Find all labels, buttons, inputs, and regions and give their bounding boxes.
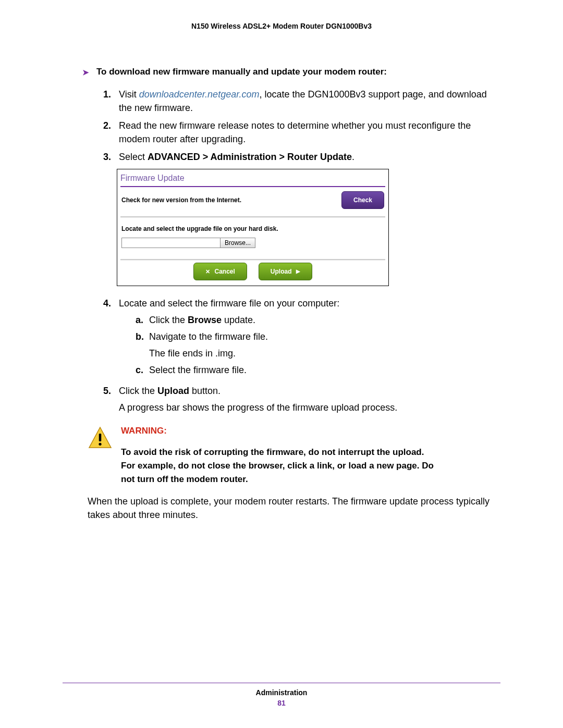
- ui-label: Upload: [157, 386, 189, 396]
- step-text: Click the: [119, 386, 157, 396]
- step-5: 5. Click the Upload button. A progress b…: [103, 384, 500, 414]
- substep-b: b. Navigate to the firmware file. The fi…: [136, 330, 500, 360]
- substep-a: a. Click the Browse update.: [136, 313, 500, 327]
- substep-text: Click the: [149, 315, 188, 325]
- bullet-arrow-icon: ➤: [82, 67, 89, 78]
- file-path-input[interactable]: [121, 238, 221, 248]
- step-number: 5.: [103, 384, 116, 414]
- document-header: N150 Wireless ADSL2+ Modem Router DGN100…: [63, 22, 500, 30]
- substep-c: c. Select the firmware file.: [136, 363, 500, 377]
- step-number: 2.: [103, 119, 116, 146]
- upload-button[interactable]: Upload ▶: [259, 263, 312, 280]
- close-icon: ✕: [205, 265, 210, 278]
- step-3: 3. Select ADVANCED > Administration > Ro…: [103, 150, 500, 292]
- browse-button[interactable]: Browse...: [220, 238, 255, 248]
- step-text: Locate and select the firmware file on y…: [119, 297, 500, 310]
- substep-letter: c.: [136, 363, 149, 377]
- step-1: 1. Visit downloadcenter.netgear.com, loc…: [103, 88, 500, 115]
- ui-label: Browse: [188, 315, 222, 325]
- button-label: Upload: [271, 265, 292, 278]
- step-text: Read the new firmware release notes to d…: [119, 119, 500, 146]
- footer-section-title: Administration: [63, 688, 500, 697]
- page-number: 81: [63, 699, 500, 707]
- step-number: 4.: [103, 297, 116, 380]
- step-4: 4. Locate and select the firmware file o…: [103, 297, 500, 380]
- substep-text: Navigate to the firmware file.: [149, 331, 268, 342]
- step-2: 2. Read the new firmware release notes t…: [103, 119, 500, 146]
- substep-letter: b.: [136, 330, 149, 360]
- menu-path: ADVANCED > Administration > Router Updat…: [148, 152, 352, 162]
- warning-icon: [88, 426, 113, 451]
- screenshot-title: Firmware Update: [117, 169, 388, 186]
- step-text: Select: [119, 152, 148, 162]
- firmware-update-screenshot: Firmware Update Check for new version fr…: [117, 169, 389, 286]
- locate-file-label: Locate and select the upgrade file on yo…: [121, 222, 384, 236]
- step-text: Visit: [119, 89, 139, 100]
- substep-text: update.: [222, 315, 255, 325]
- svg-rect-1: [99, 434, 102, 441]
- check-version-label: Check for new version from the Internet.: [121, 193, 241, 207]
- substep-note: The file ends in .img.: [149, 347, 500, 360]
- svg-point-2: [99, 443, 101, 446]
- step-number: 1.: [103, 88, 116, 115]
- warning-block: WARNING: To avoid the risk of corrupting…: [88, 426, 500, 486]
- step-text: .: [352, 152, 354, 162]
- step-followup: A progress bar shows the progress of the…: [119, 401, 500, 414]
- warning-body: To avoid the risk of corrupting the firm…: [121, 446, 439, 486]
- substep-letter: a.: [136, 313, 149, 327]
- cancel-button[interactable]: ✕ Cancel: [193, 263, 247, 280]
- heading-text: To download new firmware manually and up…: [96, 67, 387, 78]
- procedure-heading: ➤ To download new firmware manually and …: [82, 67, 500, 78]
- warning-title: WARNING:: [121, 426, 500, 436]
- substep-text: Select the firmware file.: [149, 363, 500, 377]
- arrow-right-icon: ▶: [296, 265, 300, 278]
- step-number: 3.: [103, 150, 116, 292]
- button-label: Cancel: [214, 265, 235, 278]
- step-text: button.: [189, 386, 221, 396]
- check-button[interactable]: Check: [341, 191, 384, 209]
- page-footer: Administration 81: [63, 683, 500, 707]
- download-link[interactable]: downloadcenter.netgear.com: [139, 89, 260, 100]
- closing-paragraph: When the upload is complete, your modem …: [88, 495, 500, 522]
